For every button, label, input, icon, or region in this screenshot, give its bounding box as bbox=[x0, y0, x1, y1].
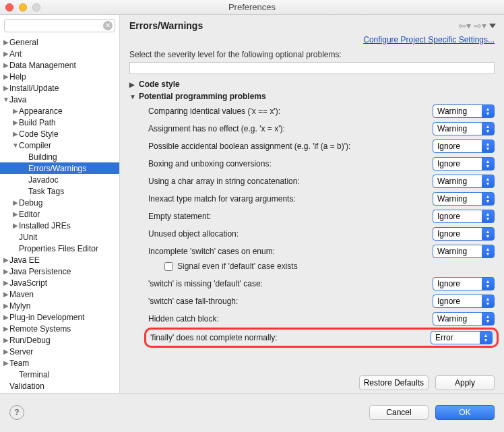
setting-label: Assignment has no effect (e.g. 'x = x'): bbox=[148, 124, 433, 133]
problems-filter-input[interactable] bbox=[129, 62, 495, 74]
severity-select[interactable]: IgnoreWarningError bbox=[433, 210, 495, 223]
tree-item-label: JavaScript bbox=[9, 278, 47, 288]
tree-item-label: Editor bbox=[19, 210, 40, 219]
chevron-right-icon: ▶ bbox=[12, 199, 19, 206]
tree-item[interactable]: Properties Files Editor bbox=[0, 243, 119, 254]
help-icon[interactable]: ? bbox=[9, 405, 24, 420]
tree-item-label: General bbox=[9, 38, 38, 47]
tree-item[interactable]: ▶Team bbox=[0, 357, 119, 369]
section-potential-problems[interactable]: ▼ Potential programming problems bbox=[120, 90, 504, 102]
apply-button[interactable]: Apply bbox=[435, 375, 495, 390]
tree-item[interactable]: ▶General bbox=[0, 36, 119, 48]
tree-item-label: JUnit bbox=[19, 233, 37, 242]
tree-item[interactable]: ▶Data Management bbox=[0, 59, 119, 71]
chevron-right-icon: ▶ bbox=[12, 119, 19, 126]
tree-item-label: Properties Files Editor bbox=[19, 244, 98, 253]
tree-item[interactable]: ▼Compiler bbox=[0, 140, 119, 151]
tree-item[interactable]: ▶Server bbox=[0, 346, 119, 357]
tree-item[interactable]: ▶Maven bbox=[0, 288, 119, 300]
setting-row: 'switch' case fall-through:IgnoreWarning… bbox=[148, 292, 495, 310]
tree-item[interactable]: ▶Help bbox=[0, 71, 119, 82]
setting-label: Inexact type match for vararg arguments: bbox=[148, 194, 433, 204]
setting-label: Possible accidental boolean assignment (… bbox=[148, 142, 433, 151]
severity-select[interactable]: IgnoreWarningError bbox=[431, 331, 493, 344]
tree-item[interactable]: Task Tags bbox=[0, 185, 119, 197]
tree-item[interactable]: ▶Java EE bbox=[0, 254, 119, 266]
chevron-right-icon: ▶ bbox=[12, 210, 19, 218]
severity-select[interactable]: IgnoreWarningError bbox=[433, 175, 495, 188]
tree-item[interactable]: ▶Appearance bbox=[0, 105, 119, 117]
tree-item[interactable]: ▶Debug bbox=[0, 197, 119, 208]
chevron-right-icon: ▶ bbox=[12, 222, 19, 229]
chevron-right-icon: ▶ bbox=[3, 325, 9, 332]
setting-row: Hidden catch block:IgnoreWarningError▲▼ bbox=[148, 310, 495, 328]
view-menu-icon[interactable] bbox=[489, 22, 496, 29]
setting-label: 'switch' is missing 'default' case: bbox=[148, 279, 433, 288]
tree-item[interactable]: JUnit bbox=[0, 231, 119, 243]
tree-item-label: Java bbox=[9, 95, 26, 104]
chevron-right-icon: ▶ bbox=[3, 268, 9, 275]
tree-item[interactable]: ▶Build Path bbox=[0, 117, 119, 128]
chevron-right-icon: ▶ bbox=[3, 313, 9, 321]
tree-item[interactable]: ▶Install/Update bbox=[0, 82, 119, 94]
tree-item[interactable]: ▶Ant bbox=[0, 48, 119, 59]
tree-item-label: Plug-in Development bbox=[9, 313, 84, 322]
tree-item[interactable]: ▶Remote Systems bbox=[0, 323, 119, 334]
svg-marker-0 bbox=[489, 24, 496, 28]
tree-item[interactable]: Validation bbox=[0, 380, 119, 392]
tree-item[interactable]: ▶Run/Debug bbox=[0, 334, 119, 346]
configure-project-link[interactable]: Configure Project Specific Settings... bbox=[363, 35, 495, 44]
tree-item[interactable]: Errors/Warnings bbox=[0, 162, 119, 174]
severity-select[interactable]: IgnoreWarningError bbox=[433, 157, 495, 171]
chevron-right-icon: ▶ bbox=[3, 38, 9, 46]
cancel-button[interactable]: Cancel bbox=[369, 405, 429, 420]
chevron-down-icon: ▼ bbox=[3, 96, 9, 103]
restore-defaults-button[interactable]: Restore Defaults bbox=[359, 375, 429, 390]
nav-forward-icon[interactable]: ⇨▾ bbox=[474, 20, 486, 31]
chevron-right-icon: ▶ bbox=[3, 359, 9, 367]
window-titlebar: Preferences bbox=[0, 0, 504, 15]
tree-item[interactable]: ▶JavaScript bbox=[0, 277, 119, 288]
main-panel: Errors/Warnings ⇦▾ ⇨▾ Configure Project … bbox=[120, 15, 504, 393]
severity-select[interactable]: IgnoreWarningError bbox=[433, 140, 495, 153]
tree-item[interactable]: ▶Editor bbox=[0, 208, 119, 220]
tree-item-label: Terminal bbox=[19, 370, 49, 379]
severity-select[interactable]: IgnoreWarningError bbox=[433, 122, 495, 135]
clear-search-icon[interactable]: ✕ bbox=[103, 21, 113, 30]
tree-item[interactable]: ▶Mylyn bbox=[0, 300, 119, 311]
tree-item-label: Ant bbox=[9, 49, 22, 59]
chevron-right-icon: ▶ bbox=[3, 256, 9, 264]
chevron-right-icon: ▶ bbox=[3, 84, 9, 92]
tree-item[interactable]: ▼Java bbox=[0, 94, 119, 105]
setting-label: Unused object allocation: bbox=[148, 229, 433, 239]
tree-item-label: Code Style bbox=[19, 129, 59, 139]
severity-select[interactable]: IgnoreWarningError bbox=[433, 295, 495, 308]
severity-select[interactable]: IgnoreWarningError bbox=[433, 227, 495, 241]
ok-button[interactable]: OK bbox=[435, 405, 495, 420]
chevron-right-icon: ▶ bbox=[129, 81, 136, 88]
severity-select[interactable]: IgnoreWarningError bbox=[433, 245, 495, 258]
tree-item[interactable]: Terminal bbox=[0, 369, 119, 380]
tree-item[interactable]: ▶Plug-in Development bbox=[0, 311, 119, 323]
tree-item-label: Task Tags bbox=[28, 187, 64, 196]
search-input[interactable] bbox=[4, 19, 115, 32]
severity-select[interactable]: IgnoreWarningError bbox=[433, 277, 495, 290]
tree-item[interactable]: Building bbox=[0, 151, 119, 162]
tree-item-label: Errors/Warnings bbox=[28, 164, 86, 173]
tree-item[interactable]: ▶Java Persistence bbox=[0, 266, 119, 277]
setting-label: Incomplete 'switch' cases on enum: bbox=[148, 247, 433, 256]
preferences-tree[interactable]: ▶General▶Ant▶Data Management▶Help▶Instal… bbox=[0, 35, 119, 393]
tree-item[interactable]: Javadoc bbox=[0, 174, 119, 185]
tree-item[interactable]: ▶Code Style bbox=[0, 128, 119, 140]
severity-select[interactable]: IgnoreWarningError bbox=[433, 192, 495, 206]
section-code-style[interactable]: ▶ Code style bbox=[120, 78, 504, 90]
dialog-footer: ? Cancel OK bbox=[0, 393, 504, 431]
setting-label: Hidden catch block: bbox=[148, 314, 433, 323]
severity-select[interactable]: IgnoreWarningError bbox=[433, 312, 495, 326]
signal-default-checkbox[interactable] bbox=[164, 262, 173, 271]
tree-item[interactable]: ▶Installed JREs bbox=[0, 220, 119, 231]
tree-item-label: Java EE bbox=[9, 255, 40, 265]
severity-select[interactable]: IgnoreWarningError bbox=[433, 104, 495, 118]
nav-back-icon[interactable]: ⇦▾ bbox=[458, 20, 471, 31]
tree-item[interactable]: ▶Web bbox=[0, 392, 119, 393]
